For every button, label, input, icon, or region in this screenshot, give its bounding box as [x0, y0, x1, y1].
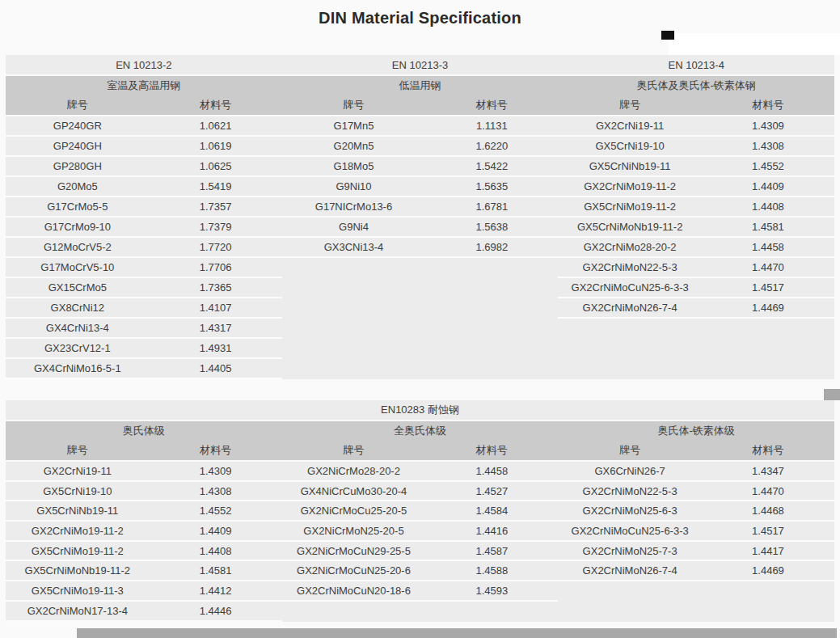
grade-cell: GX2CrNiMoN26-7-4 [558, 561, 702, 580]
table-row: GX2CrNiMoCuN25-6-3-31.4517 [558, 278, 834, 298]
material-no-cell: 1.1131 [425, 116, 558, 135]
table-austenitic: GX2CrNi19-111.4309GX5CrNi19-101.4308GX5C… [6, 462, 282, 622]
material-no-column-header: 材料号 [702, 441, 834, 460]
material-no-column-header: 材料号 [150, 95, 282, 115]
grade-cell: GX2NiCrMoN25-20-5 [282, 522, 426, 540]
grade-cell: G18Mo5 [282, 157, 426, 175]
material-no-column-header: 材料号 [425, 441, 558, 460]
standard-label-en10283: EN10283 耐蚀钢 [6, 400, 834, 420]
category-row: 室温及高温用钢 低温用钢 奥氏体及奥氏体-铁素体钢 [6, 76, 834, 95]
grade-cell: G17Mn5 [282, 116, 426, 135]
en10213-data-area: GP240GR1.0621GP240GH1.0619GP280GH1.0625G… [6, 116, 834, 379]
table-row: GX5CrNi19-101.4308 [6, 482, 282, 502]
table-row: GX5CrNiMo19-11-21.4408 [558, 197, 834, 218]
table-row: GX2CrNiMoN25-6-31.4468 [558, 501, 834, 522]
material-no-cell: 1.4308 [150, 482, 282, 501]
table-row: GX2CrNiMoCuN25-6-3-31.4517 [558, 522, 834, 542]
table-row: GX2NiCrMoCu25-20-51.4584 [282, 501, 559, 522]
category-austenitic-ferritic-grade: 奥氏体-铁素体级 [558, 421, 834, 441]
din-material-specification-page: DIN Material Specification EN 10213-2 EN… [0, 0, 840, 638]
grade-cell: GX2NiCrMoCu25-20-5 [282, 501, 426, 520]
category-austenitic-ferritic-steel: 奥氏体及奥氏体-铁素体钢 [558, 76, 834, 95]
material-no-cell: 1.4408 [150, 542, 282, 560]
material-no-cell: 1.5422 [425, 157, 558, 175]
material-no-cell: 1.4468 [702, 501, 834, 520]
column-header-group: 牌号 材料号 [6, 95, 282, 115]
table-row: G18Mo51.5422 [282, 157, 559, 177]
grade-cell: G9Ni4 [282, 218, 426, 236]
material-no-cell: 1.4409 [702, 177, 834, 196]
table-row: GX5CrNiMo19-11-21.4408 [6, 542, 282, 562]
grade-cell: G9Ni10 [282, 177, 426, 196]
standard-header-row: EN 10213-2 EN 10213-3 EN 10213-4 [6, 55, 834, 74]
table-row: GX2CrNi19-111.4309 [6, 462, 282, 482]
subheader-band: 奥氏体级 全奥氏体级 奥氏体-铁素体级 牌号 材料号 牌号 材料号 牌号 材料号 [6, 421, 834, 460]
material-no-cell: 1.4517 [702, 522, 834, 540]
table-fully-austenitic: GX2NiCrMo28-20-21.4458GX4NiCrCuMo30-20-4… [282, 462, 559, 622]
table-row: GX3CNi13-41.6982 [282, 238, 559, 258]
column-header-row: 牌号 材料号 牌号 材料号 牌号 材料号 [6, 441, 834, 460]
top-right-black-mark [661, 31, 674, 40]
material-no-cell: 1.7365 [150, 278, 282, 297]
table-row: GX2CrNiMoN25-7-31.4417 [558, 542, 834, 562]
top-right-white-panel [669, 33, 840, 55]
right-edge-gray-block [824, 389, 840, 400]
category-fully-austenitic-grade: 全奥氏体级 [282, 421, 559, 441]
grade-cell: GX5CrNi19-10 [558, 137, 702, 155]
table-austenitic-ferritic: GX6CrNiN26-71.4347GX2CrNiMoN22-5-31.4470… [558, 462, 834, 622]
grade-cell: GX3CNi13-4 [282, 238, 426, 256]
material-no-cell: 1.4458 [425, 462, 558, 480]
grade-cell: GX5CrNiNb19-11 [558, 157, 702, 175]
grade-cell: GX2CrNiMoCuN25-6-3-3 [558, 522, 702, 540]
grade-cell: GX2CrNiMoN22-5-3 [558, 258, 702, 277]
table-row: GX8CrNi121.4107 [6, 298, 282, 319]
material-no-cell: 1.5419 [150, 177, 282, 196]
material-no-cell: 1.4931 [150, 339, 282, 357]
grade-cell: GX23CrV12-1 [6, 339, 150, 357]
bottom-horizontal-scrollbar[interactable] [77, 628, 837, 638]
category-row: 奥氏体级 全奥氏体级 奥氏体-铁素体级 [6, 421, 834, 441]
table-en10213-4: GX2CrNi19-111.4309GX5CrNi19-101.4308GX5C… [558, 116, 834, 379]
material-no-cell: 1.4347 [702, 462, 834, 480]
grade-cell: GX4CrNiMo16-5-1 [6, 359, 150, 378]
material-no-cell: 1.4587 [425, 542, 558, 560]
grade-cell: G17MoCrV5-10 [6, 258, 150, 277]
grade-cell: GX2CrNi19-11 [558, 116, 702, 135]
table-row: G12MoCrV5-21.7720 [6, 238, 282, 258]
category-austenitic-grade: 奥氏体级 [6, 421, 282, 441]
standard-label-en10213-3: EN 10213-3 [282, 55, 559, 74]
table-en10213-2: GP240GR1.0621GP240GH1.0619GP280GH1.0625G… [6, 116, 282, 379]
material-no-cell: 1.4584 [425, 501, 558, 520]
grade-cell: GX2CrNiMoN26-7-4 [558, 298, 702, 317]
material-no-cell: 1.7720 [150, 238, 282, 256]
table-row: GX4NiCrCuMo30-20-41.4527 [282, 482, 559, 502]
material-no-cell: 1.4409 [150, 522, 282, 540]
material-no-column-header: 材料号 [425, 95, 558, 115]
material-no-cell: 1.7706 [150, 258, 282, 277]
material-no-cell: 1.4588 [425, 561, 558, 580]
grade-cell: G17CrMo9-10 [6, 218, 150, 236]
table-row: GX2CrNiMoN22-5-31.4470 [558, 258, 834, 278]
table-row: GX15CrMo51.7365 [6, 278, 282, 298]
column-header-group: 牌号 材料号 [558, 441, 834, 460]
table-row: G17MoCrV5-101.7706 [6, 258, 282, 278]
column-header-group: 牌号 材料号 [282, 441, 559, 460]
section-en10213: EN 10213-2 EN 10213-3 EN 10213-4 室温及高温用钢… [6, 55, 834, 379]
table-row: GX2CrNiMo19-11-21.4409 [6, 522, 282, 542]
table-row: GX5CrNiMoNb19-11-21.4581 [558, 218, 834, 238]
material-no-cell: 1.4309 [702, 116, 834, 135]
grade-cell: GX5CrNi19-10 [6, 482, 150, 501]
table-row: GX5CrNiNb19-111.4552 [6, 501, 282, 522]
material-no-cell: 1.4416 [425, 522, 558, 540]
grade-cell: GX2CrNiMoN22-5-3 [558, 482, 702, 501]
table-row: GX2NiCrMoN25-20-51.4416 [282, 522, 559, 542]
table-row: GX2NiCrMoCuN25-20-61.4588 [282, 561, 559, 581]
material-no-cell: 1.4470 [702, 258, 834, 277]
material-no-cell: 1.0621 [150, 116, 282, 135]
material-no-column-header: 材料号 [150, 441, 282, 460]
table-row: GX23CrV12-11.4931 [6, 339, 282, 359]
table-row: GX4CrNiMo16-5-11.4405 [6, 359, 282, 379]
table-row: GX2NiCrMoCuN29-25-51.4587 [282, 542, 559, 562]
material-no-cell: 1.4593 [425, 581, 558, 600]
material-no-column-header: 材料号 [702, 95, 834, 115]
